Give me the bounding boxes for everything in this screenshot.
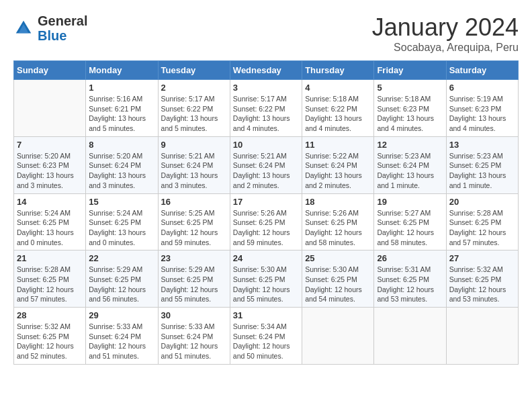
day-number: 18 xyxy=(305,197,371,207)
day-number: 28 xyxy=(17,310,83,320)
weekday-header: Friday xyxy=(374,61,446,80)
calendar-week-row: 14Sunrise: 5:24 AM Sunset: 6:25 PM Dayli… xyxy=(14,193,519,250)
calendar-cell: 26Sunrise: 5:31 AM Sunset: 6:25 PM Dayli… xyxy=(374,250,446,308)
day-info: Sunrise: 5:29 AM Sunset: 6:25 PM Dayligh… xyxy=(161,265,227,304)
calendar-week-row: 28Sunrise: 5:32 AM Sunset: 6:25 PM Dayli… xyxy=(14,308,519,365)
day-info: Sunrise: 5:21 AM Sunset: 6:24 PM Dayligh… xyxy=(161,151,227,191)
day-number: 29 xyxy=(89,310,154,320)
day-info: Sunrise: 5:24 AM Sunset: 6:25 PM Dayligh… xyxy=(89,208,154,248)
day-number: 8 xyxy=(89,140,154,150)
calendar-cell: 5Sunrise: 5:18 AM Sunset: 6:23 PM Daylig… xyxy=(374,80,446,137)
day-number: 19 xyxy=(377,197,443,207)
day-number: 4 xyxy=(305,83,371,93)
calendar-cell: 29Sunrise: 5:33 AM Sunset: 6:24 PM Dayli… xyxy=(86,308,158,365)
day-info: Sunrise: 5:30 AM Sunset: 6:25 PM Dayligh… xyxy=(305,265,371,304)
day-number: 11 xyxy=(305,140,371,150)
day-info: Sunrise: 5:29 AM Sunset: 6:25 PM Dayligh… xyxy=(89,265,154,304)
calendar-cell: 12Sunrise: 5:23 AM Sunset: 6:24 PM Dayli… xyxy=(374,136,446,193)
calendar-cell: 10Sunrise: 5:21 AM Sunset: 6:24 PM Dayli… xyxy=(230,136,302,193)
calendar-cell: 1Sunrise: 5:16 AM Sunset: 6:21 PM Daylig… xyxy=(86,80,158,137)
day-number: 14 xyxy=(17,197,83,207)
weekday-header: Sunday xyxy=(14,61,86,80)
calendar-cell: 11Sunrise: 5:22 AM Sunset: 6:24 PM Dayli… xyxy=(302,136,374,193)
day-info: Sunrise: 5:24 AM Sunset: 6:25 PM Dayligh… xyxy=(17,208,83,248)
day-info: Sunrise: 5:28 AM Sunset: 6:25 PM Dayligh… xyxy=(17,265,83,304)
calendar-cell: 25Sunrise: 5:30 AM Sunset: 6:25 PM Dayli… xyxy=(302,250,374,308)
calendar-cell: 30Sunrise: 5:33 AM Sunset: 6:24 PM Dayli… xyxy=(158,308,230,365)
calendar-cell: 2Sunrise: 5:17 AM Sunset: 6:22 PM Daylig… xyxy=(158,80,230,137)
logo-text: General Blue xyxy=(38,13,87,43)
calendar-cell: 20Sunrise: 5:28 AM Sunset: 6:25 PM Dayli… xyxy=(446,193,518,250)
calendar-cell: 3Sunrise: 5:17 AM Sunset: 6:22 PM Daylig… xyxy=(230,80,302,137)
day-number: 2 xyxy=(161,83,227,93)
day-number: 16 xyxy=(161,197,227,207)
day-number: 26 xyxy=(377,253,443,263)
calendar-cell: 17Sunrise: 5:26 AM Sunset: 6:25 PM Dayli… xyxy=(230,193,302,250)
day-number: 5 xyxy=(377,83,443,93)
logo-blue: Blue xyxy=(38,28,66,43)
day-number: 20 xyxy=(449,197,515,207)
day-number: 31 xyxy=(233,310,299,320)
month-title: January 2024 xyxy=(372,13,519,42)
calendar-cell: 21Sunrise: 5:28 AM Sunset: 6:25 PM Dayli… xyxy=(14,250,86,308)
day-number: 15 xyxy=(89,197,154,207)
calendar-table: SundayMondayTuesdayWednesdayThursdayFrid… xyxy=(13,60,519,365)
day-number: 27 xyxy=(449,253,515,263)
day-info: Sunrise: 5:16 AM Sunset: 6:21 PM Dayligh… xyxy=(89,94,154,134)
calendar-cell xyxy=(302,308,374,365)
weekday-header: Monday xyxy=(86,61,158,80)
day-info: Sunrise: 5:32 AM Sunset: 6:25 PM Dayligh… xyxy=(17,322,83,361)
calendar-cell: 4Sunrise: 5:18 AM Sunset: 6:22 PM Daylig… xyxy=(302,80,374,137)
weekday-header: Saturday xyxy=(446,61,518,80)
calendar-cell: 14Sunrise: 5:24 AM Sunset: 6:25 PM Dayli… xyxy=(14,193,86,250)
calendar-cell: 8Sunrise: 5:20 AM Sunset: 6:24 PM Daylig… xyxy=(86,136,158,193)
weekday-header: Wednesday xyxy=(230,61,302,80)
day-info: Sunrise: 5:23 AM Sunset: 6:24 PM Dayligh… xyxy=(377,151,443,191)
calendar-cell: 22Sunrise: 5:29 AM Sunset: 6:25 PM Dayli… xyxy=(86,250,158,308)
calendar-week-row: 1Sunrise: 5:16 AM Sunset: 6:21 PM Daylig… xyxy=(14,80,519,137)
day-info: Sunrise: 5:26 AM Sunset: 6:25 PM Dayligh… xyxy=(233,208,299,248)
day-info: Sunrise: 5:33 AM Sunset: 6:24 PM Dayligh… xyxy=(89,322,154,361)
day-info: Sunrise: 5:26 AM Sunset: 6:25 PM Dayligh… xyxy=(305,208,371,248)
day-info: Sunrise: 5:17 AM Sunset: 6:22 PM Dayligh… xyxy=(161,94,227,134)
logo-icon xyxy=(13,18,34,38)
day-number: 1 xyxy=(89,83,154,93)
calendar-cell xyxy=(14,80,86,137)
calendar-header-row: SundayMondayTuesdayWednesdayThursdayFrid… xyxy=(14,61,519,80)
title-block: January 2024 Socabaya, Arequipa, Peru xyxy=(372,13,519,54)
calendar-cell xyxy=(374,308,446,365)
calendar-week-row: 7Sunrise: 5:20 AM Sunset: 6:23 PM Daylig… xyxy=(14,136,519,193)
day-info: Sunrise: 5:18 AM Sunset: 6:23 PM Dayligh… xyxy=(377,94,443,134)
calendar-cell: 6Sunrise: 5:19 AM Sunset: 6:23 PM Daylig… xyxy=(446,80,518,137)
day-number: 3 xyxy=(233,83,299,93)
logo: General Blue xyxy=(13,13,87,43)
calendar-cell: 16Sunrise: 5:25 AM Sunset: 6:25 PM Dayli… xyxy=(158,193,230,250)
day-info: Sunrise: 5:25 AM Sunset: 6:25 PM Dayligh… xyxy=(161,208,227,248)
weekday-header: Thursday xyxy=(302,61,374,80)
calendar-cell: 27Sunrise: 5:32 AM Sunset: 6:25 PM Dayli… xyxy=(446,250,518,308)
day-number: 9 xyxy=(161,140,227,150)
calendar-week-row: 21Sunrise: 5:28 AM Sunset: 6:25 PM Dayli… xyxy=(14,250,519,308)
day-number: 12 xyxy=(377,140,443,150)
day-number: 24 xyxy=(233,253,299,263)
day-info: Sunrise: 5:34 AM Sunset: 6:24 PM Dayligh… xyxy=(233,322,299,361)
weekday-header: Tuesday xyxy=(158,61,230,80)
day-number: 17 xyxy=(233,197,299,207)
calendar-cell: 13Sunrise: 5:23 AM Sunset: 6:25 PM Dayli… xyxy=(446,136,518,193)
day-info: Sunrise: 5:27 AM Sunset: 6:25 PM Dayligh… xyxy=(377,208,443,248)
day-info: Sunrise: 5:18 AM Sunset: 6:22 PM Dayligh… xyxy=(305,94,371,134)
day-number: 7 xyxy=(17,140,83,150)
day-number: 23 xyxy=(161,253,227,263)
page-header: General Blue January 2024 Socabaya, Areq… xyxy=(13,13,519,54)
location-title: Socabaya, Arequipa, Peru xyxy=(372,42,519,54)
calendar-cell: 7Sunrise: 5:20 AM Sunset: 6:23 PM Daylig… xyxy=(14,136,86,193)
calendar-cell: 28Sunrise: 5:32 AM Sunset: 6:25 PM Dayli… xyxy=(14,308,86,365)
day-info: Sunrise: 5:20 AM Sunset: 6:24 PM Dayligh… xyxy=(89,151,154,191)
calendar-cell: 9Sunrise: 5:21 AM Sunset: 6:24 PM Daylig… xyxy=(158,136,230,193)
day-info: Sunrise: 5:21 AM Sunset: 6:24 PM Dayligh… xyxy=(233,151,299,191)
calendar-cell: 24Sunrise: 5:30 AM Sunset: 6:25 PM Dayli… xyxy=(230,250,302,308)
day-number: 10 xyxy=(233,140,299,150)
day-info: Sunrise: 5:28 AM Sunset: 6:25 PM Dayligh… xyxy=(449,208,515,248)
day-info: Sunrise: 5:30 AM Sunset: 6:25 PM Dayligh… xyxy=(233,265,299,304)
calendar-cell: 19Sunrise: 5:27 AM Sunset: 6:25 PM Dayli… xyxy=(374,193,446,250)
